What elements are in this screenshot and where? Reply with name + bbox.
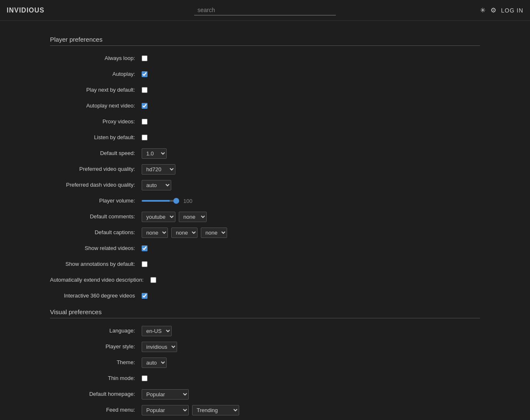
theme-control: auto light dark xyxy=(142,358,167,368)
default-comments-select-1[interactable]: youtube reddit xyxy=(142,212,175,222)
proxy-videos-checkbox[interactable] xyxy=(142,119,148,125)
extend-desc-control xyxy=(150,277,156,283)
default-speed-label: Default speed: xyxy=(50,150,142,157)
extend-desc-row: Automatically extend video description: xyxy=(50,274,480,286)
logo: INVIDIOUS xyxy=(7,7,90,14)
search-input[interactable] xyxy=(194,5,336,15)
preferred-dash-quality-select[interactable]: auto best worst 1080p 720p 480p 360p xyxy=(142,180,171,190)
default-captions-select-3[interactable]: noneenesfrde xyxy=(201,228,227,238)
autoplay-next-control xyxy=(142,103,148,109)
default-captions-label: Default captions: xyxy=(50,229,142,236)
player-style-label: Player style: xyxy=(50,343,142,350)
default-homepage-label: Default homepage: xyxy=(50,390,142,398)
autoplay-next-checkbox[interactable] xyxy=(142,103,148,109)
default-homepage-control: Popular Trending Top Subscriptions xyxy=(142,389,189,400)
always-loop-control xyxy=(142,55,148,61)
proxy-videos-label: Proxy videos: xyxy=(50,118,142,125)
autoplay-next-label: Autoplay next video: xyxy=(50,102,142,110)
login-button[interactable]: LOG IN xyxy=(501,7,523,14)
default-speed-control: 1.0 0.25 0.5 0.75 1.25 1.5 1.75 2.0 xyxy=(142,148,167,159)
preferred-dash-quality-control: auto best worst 1080p 720p 480p 360p xyxy=(142,180,171,190)
default-speed-select[interactable]: 1.0 0.25 0.5 0.75 1.25 1.5 1.75 2.0 xyxy=(142,148,167,159)
always-loop-label: Always loop: xyxy=(50,55,142,62)
autoplay-control xyxy=(142,71,148,77)
default-homepage-row: Default homepage: Popular Trending Top S… xyxy=(50,388,480,400)
default-comments-label: Default comments: xyxy=(50,213,142,220)
interactive-360-checkbox[interactable] xyxy=(142,293,148,299)
show-annotations-label: Show annotations by default: xyxy=(50,260,142,268)
thin-mode-control xyxy=(142,375,148,381)
interactive-360-row: Interactive 360 degree videos xyxy=(50,290,480,302)
play-next-label: Play next by default: xyxy=(50,86,142,94)
play-next-row: Play next by default: xyxy=(50,84,480,96)
default-captions-control: noneenesfrde noneenesfrde noneenesfrde xyxy=(142,228,227,238)
show-annotations-checkbox[interactable] xyxy=(142,261,148,267)
thin-mode-label: Thin mode: xyxy=(50,375,142,382)
play-next-control xyxy=(142,87,148,93)
proxy-videos-control xyxy=(142,119,148,125)
always-loop-row: Always loop: xyxy=(50,52,480,64)
player-volume-label: Player volume: xyxy=(50,197,142,205)
theme-label: Theme: xyxy=(50,359,142,366)
extend-desc-checkbox[interactable] xyxy=(150,277,156,283)
language-label: Language: xyxy=(50,327,142,335)
player-volume-value: 100 xyxy=(183,198,192,204)
preferred-dash-quality-row: Preferred dash video quality: auto best … xyxy=(50,179,480,191)
default-comments-control: youtube reddit none reddit xyxy=(142,212,207,222)
show-related-label: Show related videos: xyxy=(50,245,142,252)
language-control: en-US en-GB es fr de ja ko zh xyxy=(142,326,172,336)
feed-menu-select-1[interactable]: Popular Trending Top Subscriptions xyxy=(142,405,189,415)
listen-default-control xyxy=(142,135,148,140)
main-content: Player preferences Always loop: Autoplay… xyxy=(0,21,530,420)
interactive-360-label: Interactive 360 degree videos xyxy=(50,292,142,300)
show-related-control xyxy=(142,245,148,251)
show-related-checkbox[interactable] xyxy=(142,245,148,251)
thin-mode-row: Thin mode: xyxy=(50,372,480,384)
player-volume-slider[interactable] xyxy=(142,200,179,202)
extend-desc-label: Automatically extend video description: xyxy=(50,276,150,284)
player-volume-control: 100 xyxy=(142,198,192,204)
default-captions-select-2[interactable]: noneenesfrde xyxy=(171,228,198,238)
default-speed-row: Default speed: 1.0 0.25 0.5 0.75 1.25 1.… xyxy=(50,148,480,159)
listen-default-label: Listen by default: xyxy=(50,134,142,141)
search-bar xyxy=(90,5,440,15)
preferred-video-quality-label: Preferred video quality: xyxy=(50,165,142,173)
autoplay-checkbox[interactable] xyxy=(142,71,148,77)
language-row: Language: en-US en-GB es fr de ja ko zh xyxy=(50,325,480,337)
preferred-video-quality-row: Preferred video quality: hd720 auto hd10… xyxy=(50,163,480,175)
show-related-row: Show related videos: xyxy=(50,242,480,254)
preferred-dash-quality-label: Preferred dash video quality: xyxy=(50,181,142,189)
gear-icon[interactable]: ⚙ xyxy=(490,6,496,14)
default-captions-select-1[interactable]: noneenesfrde xyxy=(142,228,168,238)
always-loop-checkbox[interactable] xyxy=(142,55,148,61)
player-style-row: Player style: invidious youtube xyxy=(50,341,480,352)
player-style-select[interactable]: invidious youtube xyxy=(142,342,177,352)
language-select[interactable]: en-US en-GB es fr de ja ko zh xyxy=(142,326,172,336)
preferred-video-quality-select[interactable]: hd720 auto hd1080 large medium small tin… xyxy=(142,164,175,175)
player-style-control: invidious youtube xyxy=(142,342,177,352)
show-annotations-row: Show annotations by default: xyxy=(50,258,480,270)
listen-default-row: Listen by default: xyxy=(50,132,480,143)
proxy-videos-row: Proxy videos: xyxy=(50,116,480,128)
theme-select[interactable]: auto light dark xyxy=(142,358,167,368)
default-captions-row: Default captions: noneenesfrde noneenesf… xyxy=(50,227,480,238)
default-comments-select-2[interactable]: none reddit xyxy=(179,212,207,222)
sun-icon[interactable]: ✳ xyxy=(480,6,485,14)
show-annotations-control xyxy=(142,261,148,267)
autoplay-label: Autoplay: xyxy=(50,70,142,78)
autoplay-row: Autoplay: xyxy=(50,68,480,80)
header-right: ✳ ⚙ LOG IN xyxy=(440,6,523,14)
preferred-video-quality-control: hd720 auto hd1080 large medium small tin… xyxy=(142,164,175,175)
feed-menu-label: Feed menu: xyxy=(50,406,142,414)
default-comments-row: Default comments: youtube reddit none re… xyxy=(50,211,480,222)
player-volume-row: Player volume: 100 xyxy=(50,195,480,207)
listen-default-checkbox[interactable] xyxy=(142,135,148,140)
play-next-checkbox[interactable] xyxy=(142,87,148,93)
visual-prefs-header: Visual preferences xyxy=(50,308,480,318)
default-homepage-select[interactable]: Popular Trending Top Subscriptions xyxy=(142,389,189,400)
feed-menu-row: Feed menu: Popular Trending Top Subscrip… xyxy=(50,404,480,416)
theme-row: Theme: auto light dark xyxy=(50,357,480,368)
header: INVIDIOUS ✳ ⚙ LOG IN xyxy=(0,0,530,21)
thin-mode-checkbox[interactable] xyxy=(142,375,148,381)
feed-menu-select-2[interactable]: Trending Popular Top Subscriptions xyxy=(192,405,239,415)
